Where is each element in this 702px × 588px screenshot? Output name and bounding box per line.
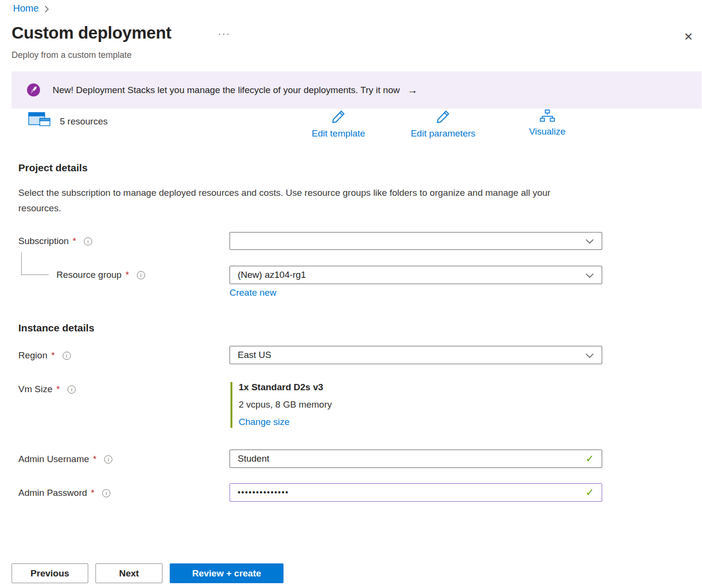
- info-icon[interactable]: i: [68, 385, 76, 394]
- template-resources-icon: [28, 110, 51, 130]
- project-details-heading: Project details: [18, 162, 88, 174]
- subscription-label: Subscription * i: [18, 236, 92, 246]
- vm-size-title: 1x Standard D2s v3: [239, 382, 332, 393]
- breadcrumb: Home: [13, 3, 49, 14]
- checkmark-icon: ✓: [585, 453, 594, 465]
- deployment-stacks-banner[interactable]: New! Deployment Stacks let you manage th…: [12, 71, 702, 109]
- required-asterisk: *: [93, 454, 96, 465]
- page-title: Custom deployment: [12, 23, 171, 42]
- admin-username-label: Admin Username * i: [18, 454, 112, 465]
- org-chart-icon: [540, 109, 555, 124]
- admin-username-value: Student: [238, 453, 270, 464]
- previous-button[interactable]: Previous: [12, 563, 88, 583]
- project-details-description: Select the subscription to manage deploy…: [18, 185, 575, 216]
- arrow-right-icon: →: [407, 84, 418, 96]
- custom-deployment-page: Home Custom deployment ··· ✕ Deploy from…: [0, 0, 702, 588]
- next-button[interactable]: Next: [95, 563, 162, 583]
- info-icon[interactable]: i: [63, 352, 71, 360]
- edit-template-button[interactable]: Edit template: [288, 109, 389, 139]
- resources-count-label: 5 resources: [60, 116, 108, 127]
- region-dropdown[interactable]: East US: [230, 346, 602, 364]
- admin-password-label: Admin Password * i: [18, 488, 110, 498]
- create-new-link[interactable]: Create new: [230, 287, 276, 298]
- chevron-down-icon: [585, 273, 594, 278]
- edit-template-label: Edit template: [312, 128, 365, 139]
- banner-message: New! Deployment Stacks let you manage th…: [53, 85, 400, 96]
- vm-size-specs: 2 vcpus, 8 GB memory: [239, 399, 332, 410]
- subscription-dropdown[interactable]: [230, 232, 602, 250]
- required-asterisk: *: [56, 384, 60, 395]
- close-icon[interactable]: ✕: [681, 29, 696, 44]
- edit-parameters-button[interactable]: Edit parameters: [392, 109, 494, 139]
- more-options-icon[interactable]: ···: [218, 28, 230, 39]
- resource-group-label: Resource group * i: [56, 270, 145, 280]
- resource-group-value: (New) az104-rg1: [238, 270, 306, 280]
- checkmark-icon: ✓: [585, 487, 594, 498]
- breadcrumb-home-link[interactable]: Home: [13, 3, 39, 14]
- edit-parameters-label: Edit parameters: [411, 128, 475, 139]
- required-asterisk: *: [125, 270, 129, 280]
- chevron-right-icon: [44, 5, 49, 13]
- admin-password-input[interactable]: •••••••••••••• ✓: [230, 483, 602, 502]
- change-size-link[interactable]: Change size: [239, 417, 290, 427]
- pencil-icon: [435, 109, 451, 126]
- admin-password-value: ••••••••••••••: [238, 488, 289, 497]
- rocket-icon: [27, 83, 40, 96]
- review-create-button[interactable]: Review + create: [170, 563, 284, 583]
- chevron-down-icon: [585, 353, 594, 358]
- visualize-button[interactable]: Visualize: [497, 109, 598, 137]
- region-value: East US: [238, 350, 271, 360]
- field-connector-vertical: [21, 252, 22, 275]
- info-icon[interactable]: i: [84, 237, 92, 246]
- info-icon[interactable]: i: [104, 455, 112, 464]
- required-asterisk: *: [73, 236, 76, 246]
- page-subtitle: Deploy from a custom template: [12, 50, 132, 60]
- pencil-icon: [331, 109, 346, 126]
- visualize-label: Visualize: [529, 126, 566, 137]
- admin-username-input[interactable]: Student ✓: [230, 450, 602, 468]
- chevron-down-icon: [585, 239, 594, 244]
- region-label: Region * i: [18, 350, 71, 361]
- resource-group-dropdown[interactable]: (New) az104-rg1: [230, 266, 602, 284]
- instance-details-heading: Instance details: [18, 322, 94, 334]
- required-asterisk: *: [51, 350, 54, 361]
- info-icon[interactable]: i: [102, 489, 110, 497]
- required-asterisk: *: [91, 488, 94, 498]
- info-icon[interactable]: i: [137, 271, 145, 279]
- vm-size-label: Vm Size * i: [18, 384, 76, 395]
- field-connector-horizontal: [21, 274, 49, 275]
- vm-size-summary: 1x Standard D2s v3 2 vcpus, 8 GB memory …: [230, 382, 332, 428]
